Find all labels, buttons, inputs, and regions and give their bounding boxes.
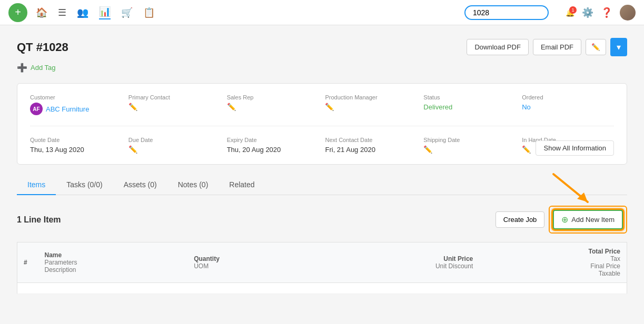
add-new-item-highlight: ⊕ Add New Item [549,206,627,234]
expiry-date-value: Thu, 20 Aug 2020 [227,146,281,154]
page-title: QT #1028 [17,40,68,54]
col-total-price: Total Price Tax Final Price Taxable [479,242,627,283]
tab-notes[interactable]: Notes (0) [167,175,219,195]
create-button[interactable]: + [8,3,27,22]
next-contact-field: Next Contact Date Fri, 21 Aug 2020 [325,137,417,154]
quote-date-value: Thu, 13 Aug 2020 [30,146,84,154]
info-card: Customer AF ABC Furniture Primary Contac… [17,83,627,165]
primary-contact-field: Primary Contact ✏️ [128,94,221,115]
table-icon[interactable]: 📊 [99,6,111,19]
line-items-actions: Create Job ⊕ Add New Item [496,206,627,234]
sales-rep-edit[interactable]: ✏️ [227,103,236,111]
sales-rep-label: Sales Rep [227,94,319,100]
users-icon[interactable]: 👥 [77,7,88,18]
expiry-date-field: Expiry Date Thu, 20 Aug 2020 [227,137,319,154]
production-manager-edit[interactable]: ✏️ [325,103,334,111]
due-date-label: Due Date [128,137,221,143]
status-label: Status [423,94,516,100]
nav-right: 🔔 1 ⚙️ ❓ [566,5,636,21]
next-contact-value: Fri, 21 Aug 2020 [325,146,375,154]
shipping-date-edit[interactable]: ✏️ [423,145,432,154]
avatar[interactable] [620,5,636,21]
tab-tasks[interactable]: Tasks (0/0) [56,175,113,195]
add-tag-label: Add Tag [31,64,55,72]
items-table: # Name Parameters Description Quantity U… [17,242,627,294]
basket-icon[interactable]: 🛒 [121,7,133,18]
next-contact-label: Next Contact Date [325,137,417,143]
col-name: Name Parameters Description [38,242,188,283]
col-unit-price: Unit Price Unit Discount [314,242,479,283]
shipping-date-field: Shipping Date ✏️ [423,137,516,154]
production-manager-label: Production Manager [325,94,417,100]
download-pdf-button[interactable]: Download PDF [467,39,528,55]
info-grid: Customer AF ABC Furniture Primary Contac… [30,94,614,154]
customer-label: Customer [30,94,122,100]
line-items-title: 1 Line Item [17,215,61,225]
in-hand-date-edit[interactable]: ✏️ [522,145,531,154]
tab-assets[interactable]: Assets (0) [113,175,167,195]
customer-badge: AF [30,103,43,115]
notification-badge: 1 [569,6,577,14]
customer-name: ABC Furniture [46,105,89,113]
quote-date-label: Quote Date [30,137,122,143]
customer-field: Customer AF ABC Furniture [30,94,122,115]
col-quantity: Quantity UOM [187,242,314,283]
col-num: # [17,242,38,283]
show-all-info-button[interactable]: Show All Information [536,140,614,156]
due-date-edit[interactable]: ✏️ [128,145,137,154]
nav-icons: 🏠 ☰ 👥 📊 🛒 📋 [36,6,155,19]
top-nav: + 🏠 ☰ 👥 📊 🛒 📋 1028 🔔 1 ⚙️ ❓ [0,0,644,25]
header-actions: Download PDF Email PDF ✏️ ▾ [467,38,627,56]
expiry-date-label: Expiry Date [227,137,319,143]
dropdown-button[interactable]: ▾ [610,38,627,56]
tab-related[interactable]: Related [219,175,265,195]
email-pdf-button[interactable]: Email PDF [533,39,581,55]
settings-icon[interactable]: ⚙️ [582,7,593,18]
ordered-field: Ordered No [522,94,614,115]
ordered-label: Ordered [522,94,614,100]
add-new-label: Add New Item [571,216,615,224]
plus-circle-icon: ⊕ [561,215,568,225]
production-manager-field: Production Manager ✏️ [325,94,417,115]
primary-contact-edit[interactable]: ✏️ [128,103,137,111]
search-input[interactable]: 1028 [464,5,549,20]
list-icon[interactable]: ☰ [58,7,66,18]
help-icon[interactable]: ❓ [601,7,612,18]
due-date-field: Due Date ✏️ [128,137,221,154]
create-job-button[interactable]: Create Job [496,211,545,228]
table-row [17,283,627,294]
quote-date-field: Quote Date Thu, 13 Aug 2020 [30,137,122,154]
tabs-bar: Items Tasks (0/0) Assets (0) Notes (0) R… [17,175,627,195]
home-icon[interactable]: 🏠 [36,7,47,18]
shipping-date-label: Shipping Date [423,137,516,143]
main-content: QT #1028 Download PDF Email PDF ✏️ ▾ ➕ A… [0,25,644,307]
tab-items[interactable]: Items [17,175,56,195]
add-tag[interactable]: ➕ Add Tag [17,63,627,73]
ordered-value: No [522,103,531,111]
notifications-bell[interactable]: 🔔 1 [566,8,574,17]
page-header: QT #1028 Download PDF Email PDF ✏️ ▾ [17,38,627,56]
line-items-header: 1 Line Item Create Job ⊕ Add New Item [17,206,627,234]
add-new-item-button[interactable]: ⊕ Add New Item [553,210,623,229]
table-header-row: # Name Parameters Description Quantity U… [17,242,627,283]
status-field: Status Delivered [423,94,516,115]
primary-contact-label: Primary Contact [128,94,221,100]
status-value: Delivered [423,103,452,111]
card-icon[interactable]: 📋 [143,7,155,18]
edit-button[interactable]: ✏️ [586,39,606,55]
sales-rep-field: Sales Rep ✏️ [227,94,319,115]
plus-icon: ➕ [17,63,27,73]
